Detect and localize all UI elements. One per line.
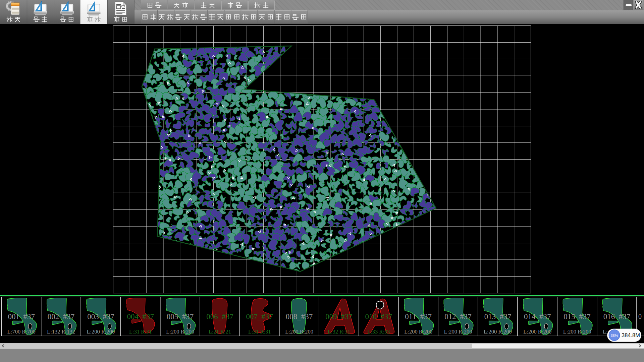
svg-text:005_#37: 005_#37 [167, 312, 194, 321]
svg-text:L:200 R:200: L:200 R:200 [484, 328, 512, 335]
svg-text:015_#37: 015_#37 [564, 312, 591, 321]
svg-text:L:200 R:200: L:200 R:200 [523, 328, 551, 335]
svg-text:010_#37: 010_#37 [365, 312, 392, 321]
svg-text:006_#37: 006_#37 [206, 312, 233, 321]
svg-text:013_#37: 013_#37 [484, 312, 512, 321]
svg-text:016_#37: 016_#37 [603, 312, 631, 321]
svg-text:L:32 R:31: L:32 R:31 [328, 328, 350, 335]
svg-text:003_#37: 003_#37 [87, 312, 114, 321]
svg-text:009_#37: 009_#37 [325, 312, 353, 321]
svg-text:L:31 R:31: L:31 R:31 [129, 328, 152, 335]
svg-text:001_#37: 001_#37 [8, 312, 35, 321]
svg-text:012_#37: 012_#37 [444, 312, 472, 321]
svg-text:L:700 R:700: L:700 R:700 [7, 328, 36, 335]
svg-text:L:33 R:33: L:33 R:33 [367, 328, 390, 335]
svg-text:004_#37: 004_#37 [127, 312, 154, 321]
svg-text:L:21 R:21: L:21 R:21 [209, 328, 231, 335]
svg-text:007_#37: 007_#37 [246, 312, 273, 321]
svg-text:L:200 R:200: L:200 R:200 [444, 328, 472, 335]
svg-text:002_#37: 002_#37 [48, 312, 75, 321]
svg-text:0: 0 [638, 313, 642, 320]
svg-text:L:200 R:200: L:200 R:200 [87, 328, 115, 335]
svg-text:L:132 R:132: L:132 R:132 [47, 328, 75, 335]
svg-text:38%: 38% [610, 334, 618, 338]
svg-text:011_#37: 011_#37 [405, 312, 432, 321]
svg-text:008_#37: 008_#37 [286, 312, 313, 321]
svg-text:L:200 R:200: L:200 R:200 [404, 328, 432, 335]
svg-text:L:200 R:200: L:200 R:200 [563, 328, 591, 335]
svg-text:L:200 R:200: L:200 R:200 [285, 328, 313, 335]
svg-text:014_#37: 014_#37 [524, 312, 551, 321]
svg-text:384.8M: 384.8M [622, 332, 640, 338]
svg-text:L:31 R:31: L:31 R:31 [248, 328, 271, 335]
svg-text:L:200 R:200: L:200 R:200 [166, 328, 194, 335]
